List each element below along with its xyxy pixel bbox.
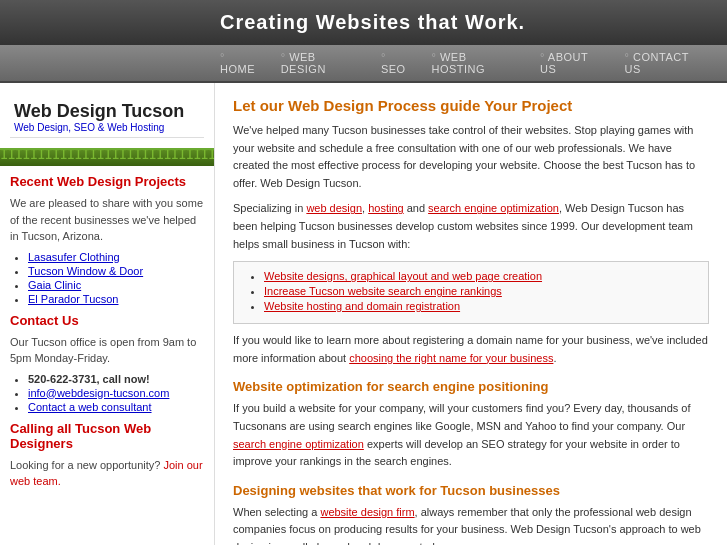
nav-seo[interactable]: SEO <box>381 51 414 75</box>
calling-text: Looking for a new opportunity? Join our … <box>10 457 204 490</box>
list-item: Website designs, graphical layout and we… <box>264 270 694 282</box>
seo-link2[interactable]: search engine optimization <box>233 438 364 450</box>
main-layout: Web Design Tucson Web Design, SEO & Web … <box>0 83 727 545</box>
contact-title: Contact Us <box>10 313 204 328</box>
list-item: Website hosting and domain registration <box>264 300 694 312</box>
recent-intro-text: We are pleased to share with you some of… <box>10 195 204 245</box>
calling-title: Calling all Tucson Web Designers <box>10 421 204 451</box>
inner-link-2[interactable]: Increase Tucson website search engine ra… <box>264 285 502 297</box>
nav-home[interactable]: HOME <box>220 51 263 75</box>
email-link[interactable]: info@webdesign-tucson.com <box>28 387 169 399</box>
nav-web-hosting[interactable]: WEB HOSTING <box>431 51 522 75</box>
contact-hours: Our Tucson office is open from 9am to 5p… <box>10 334 204 367</box>
grass-decoration <box>0 148 214 166</box>
inner-link-1[interactable]: Website designs, graphical layout and we… <box>264 270 542 282</box>
recent-link-3[interactable]: Gaia Clinic <box>28 279 81 291</box>
inner-link-3[interactable]: Website hosting and domain registration <box>264 300 460 312</box>
list-item: Gaia Clinic <box>28 279 204 291</box>
design-firm-link[interactable]: website design firm <box>320 506 414 518</box>
section1-para2: Specializing in web design, hosting and … <box>233 200 709 253</box>
company-sub: Web Design, SEO & Web Hosting <box>14 122 200 133</box>
section1-para1: We've helped many Tucson businesses take… <box>233 122 709 192</box>
contact-phone: 520-622-3731, call now! <box>28 373 204 385</box>
inner-list: Website designs, graphical layout and we… <box>248 270 694 312</box>
webdesign-link1[interactable]: web design <box>306 202 362 214</box>
recent-projects-title: Recent Web Design Projects <box>10 174 204 189</box>
section3-para1: When selecting a website design firm, al… <box>233 504 709 545</box>
list-item: Lasasufer Clothing <box>28 251 204 263</box>
sidebar-logo: Web Design Tucson Web Design, SEO & Web … <box>10 93 204 138</box>
recent-link-2[interactable]: Tucson Window & Door <box>28 265 143 277</box>
contact-list: 520-622-3731, call now! info@webdesign-t… <box>10 373 204 413</box>
recent-link-4[interactable]: El Parador Tucson <box>28 293 119 305</box>
list-item: El Parador Tucson <box>28 293 204 305</box>
inner-list-box: Website designs, graphical layout and we… <box>233 261 709 324</box>
list-item: Tucson Window & Door <box>28 265 204 277</box>
nav-web-design[interactable]: WEB DESIGN <box>281 51 363 75</box>
sidebar: Web Design Tucson Web Design, SEO & Web … <box>0 83 215 545</box>
header-banner: Creating Websites that Work. <box>0 0 727 45</box>
section1-title: Let our Web Design Process guide Your Pr… <box>233 97 709 114</box>
header-title: Creating Websites that Work. <box>220 11 525 34</box>
list-item: Increase Tucson website search engine ra… <box>264 285 694 297</box>
section2-title: Website optimization for search engine p… <box>233 379 709 394</box>
section1-para3: If you would like to learn more about re… <box>233 332 709 367</box>
recent-link-1[interactable]: Lasasufer Clothing <box>28 251 120 263</box>
consultant-link[interactable]: Contact a web consultant <box>28 401 152 413</box>
main-content: Let our Web Design Process guide Your Pr… <box>215 83 727 545</box>
section2-para1: If you build a website for your company,… <box>233 400 709 470</box>
nav-about-us[interactable]: ABOUT US <box>540 51 607 75</box>
nav-contact-us[interactable]: CONTACT US <box>625 51 707 75</box>
contact-email: info@webdesign-tucson.com <box>28 387 204 399</box>
domain-link[interactable]: choosing the right name for your busines… <box>349 352 553 364</box>
recent-projects-list: Lasasufer Clothing Tucson Window & Door … <box>10 251 204 305</box>
company-name: Web Design Tucson <box>14 101 200 122</box>
seo-link1[interactable]: search engine optimization <box>428 202 559 214</box>
nav-bar: HOME WEB DESIGN SEO WEB HOSTING ABOUT US… <box>0 45 727 83</box>
contact-consultant: Contact a web consultant <box>28 401 204 413</box>
section3-title: Designing websites that work for Tucson … <box>233 483 709 498</box>
hosting-link[interactable]: hosting <box>368 202 403 214</box>
